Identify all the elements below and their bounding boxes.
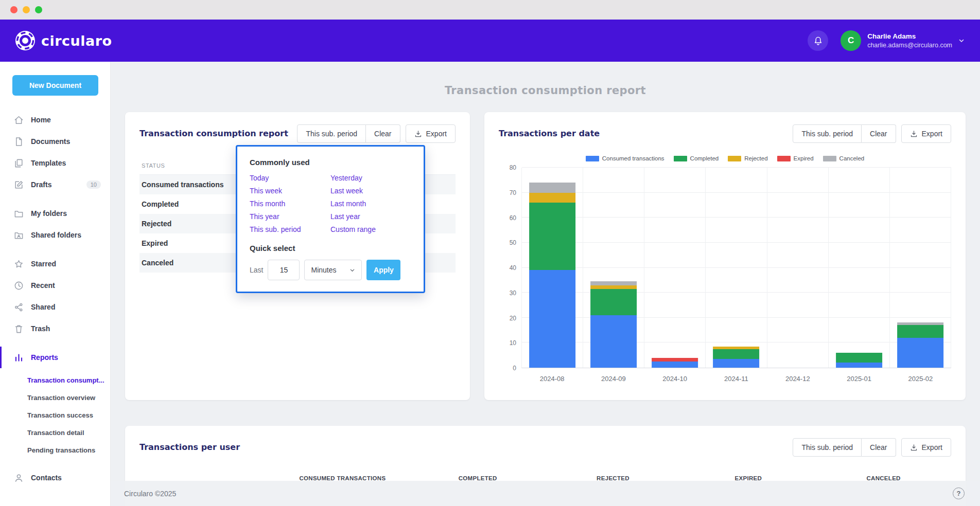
range-link-this-year[interactable]: This year	[250, 212, 330, 221]
chart-plot	[521, 168, 951, 368]
range-link-this-sub-period[interactable]: This sub. period	[250, 225, 330, 233]
period-button[interactable]: This sub. period	[793, 438, 862, 457]
sidebar: New Document HomeDocumentsTemplatesDraft…	[0, 62, 111, 506]
chart-legend: Consumed transactionsCompletedRejectedEx…	[499, 155, 951, 161]
legend-swatch	[823, 156, 836, 161]
clear-button[interactable]: Clear	[366, 124, 400, 143]
bar-segment-completed	[713, 349, 760, 359]
transactions-per-date-card: Transactions per date This sub. period C…	[484, 112, 966, 400]
window-close-icon[interactable]	[10, 6, 18, 13]
range-link-yesterday[interactable]: Yesterday	[330, 174, 411, 182]
bar-segment-completed	[529, 203, 575, 270]
legend-item-consumed-transactions[interactable]: Consumed transactions	[586, 155, 664, 161]
user-menu[interactable]: C Charlie Adams charlie.adams@circularo.…	[841, 30, 965, 51]
sidebar-item-label: Trash	[31, 324, 50, 333]
sidebar-subitem-transaction-overview[interactable]: Transaction overview	[0, 389, 110, 406]
chart-column-2024-09	[583, 168, 644, 368]
y-tick-label: 0	[513, 365, 516, 372]
brand-name: circularo	[41, 33, 112, 49]
page-footer: Circularo ©2025 ?	[111, 481, 980, 506]
document-icon	[14, 137, 24, 147]
sidebar-item-label: Recent	[31, 281, 55, 290]
stacked-bar-2024-08	[529, 168, 575, 368]
sidebar-item-reports[interactable]: Reports	[0, 347, 110, 368]
sidebar-item-label: Shared	[31, 303, 55, 311]
bar-segment-rejected	[529, 193, 575, 203]
export-button[interactable]: Export	[901, 438, 951, 457]
period-button[interactable]: This sub. period	[793, 124, 862, 143]
x-tick-label: 2024-08	[521, 375, 583, 383]
chart-column-2024-12	[767, 168, 829, 368]
y-tick-label: 50	[510, 239, 516, 246]
range-link-this-month[interactable]: This month	[250, 200, 330, 208]
bar-segment-consumed-transactions	[590, 315, 637, 368]
legend-item-expired[interactable]: Expired	[777, 155, 814, 161]
sidebar-item-home[interactable]: Home	[0, 109, 110, 131]
bar-segment-expired	[652, 358, 698, 362]
bar-segment-consumed-transactions	[529, 270, 575, 368]
quick-select-unit-dropdown[interactable]: Minutes	[304, 260, 362, 280]
legend-label: Consumed transactions	[602, 155, 664, 161]
sidebar-subitem-transaction-success[interactable]: Transaction success	[0, 406, 110, 424]
status-label: Completed	[142, 200, 179, 208]
x-tick-label: 2024-11	[706, 375, 767, 383]
status-label: Expired	[142, 239, 168, 247]
sidebar-item-shared[interactable]: Shared	[0, 296, 110, 318]
legend-item-rejected[interactable]: Rejected	[728, 155, 767, 161]
range-link-today[interactable]: Today	[250, 174, 330, 182]
sidebar-item-templates[interactable]: Templates	[0, 152, 110, 174]
apply-button[interactable]: Apply	[366, 260, 400, 280]
legend-label: Expired	[794, 155, 814, 161]
range-link-last-week[interactable]: Last week	[330, 187, 411, 195]
legend-item-completed[interactable]: Completed	[674, 155, 719, 161]
contacts-icon	[14, 473, 24, 483]
brand[interactable]: circularo	[15, 31, 112, 50]
y-tick-label: 30	[510, 290, 516, 297]
drafts-icon	[14, 180, 24, 190]
transactions-per-date-chart: 01020304050607080 2024-082024-092024-102…	[499, 168, 951, 383]
export-button[interactable]: Export	[406, 124, 456, 143]
star-icon	[14, 259, 24, 269]
home-icon	[14, 115, 24, 125]
new-document-button[interactable]: New Document	[12, 75, 98, 96]
sidebar-subitem-pending-transactions[interactable]: Pending transactions	[0, 441, 110, 459]
sidebar-item-shared-folders[interactable]: Shared folders	[0, 224, 110, 246]
sidebar-item-trash[interactable]: Trash	[0, 318, 110, 339]
range-link-last-month[interactable]: Last month	[330, 200, 411, 208]
sidebar-subitem-transaction-consumpt[interactable]: Transaction consumpt...	[0, 371, 110, 389]
notifications-button[interactable]	[808, 30, 828, 51]
sidebar-item-drafts[interactable]: Drafts10	[0, 174, 110, 195]
clear-button[interactable]: Clear	[862, 124, 896, 143]
period-button[interactable]: This sub. period	[297, 124, 366, 143]
sidebar-item-starred[interactable]: Starred	[0, 253, 110, 275]
y-tick-label: 10	[510, 339, 516, 347]
stacked-bar-2025-01	[836, 168, 882, 368]
sidebar-item-documents[interactable]: Documents	[0, 131, 110, 152]
legend-item-canceled[interactable]: Canceled	[823, 155, 865, 161]
x-tick-label: 2024-12	[767, 375, 828, 383]
export-button[interactable]: Export	[901, 124, 951, 143]
sidebar-item-contacts[interactable]: Contacts	[0, 467, 110, 489]
sidebar-subitem-transaction-detail[interactable]: Transaction detail	[0, 424, 110, 441]
y-tick-label: 20	[510, 315, 516, 322]
sidebar-nav: HomeDocumentsTemplatesDrafts10My folders…	[0, 109, 110, 489]
sidebar-item-recent[interactable]: Recent	[0, 275, 110, 296]
templates-icon	[14, 158, 24, 168]
clear-button[interactable]: Clear	[862, 438, 896, 457]
y-tick-label: 80	[510, 164, 516, 171]
sidebar-item-label: Reports	[31, 353, 58, 362]
chart-column-2024-08	[522, 168, 583, 368]
help-icon[interactable]: ?	[953, 487, 965, 499]
sidebar-item-label: My folders	[31, 209, 67, 218]
range-link-last-year[interactable]: Last year	[330, 212, 411, 221]
popup-links-right: YesterdayLast weekLast monthLast yearCus…	[330, 174, 411, 233]
window-zoom-icon[interactable]	[35, 6, 42, 13]
quick-select-value-input[interactable]	[268, 260, 300, 280]
range-link-this-week[interactable]: This week	[250, 187, 330, 195]
window-minimize-icon[interactable]	[23, 6, 30, 13]
share-icon	[14, 302, 24, 312]
range-link-custom-range[interactable]: Custom range	[330, 225, 411, 233]
bar-segment-completed	[836, 353, 882, 363]
sidebar-item-my-folders[interactable]: My folders	[0, 203, 110, 224]
sidebar-item-label: Shared folders	[31, 231, 81, 239]
